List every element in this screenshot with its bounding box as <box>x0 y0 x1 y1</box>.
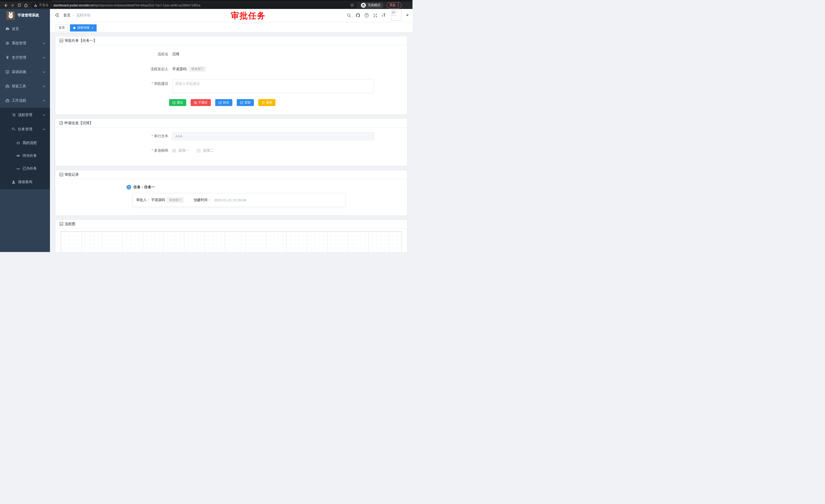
sidebar-item-label: 待办任务 <box>22 153 37 158</box>
required-asterisk: * <box>152 134 153 138</box>
sidebar-item-task-mgmt[interactable]: 任务管理 <box>0 122 50 137</box>
sidebar-item-my-process[interactable]: 我的流程 <box>0 137 50 149</box>
page-content: 审批任务【任务一】 流程名 滔博 流程发起人 芋道源码 研发部门 <box>50 33 412 252</box>
user-icon <box>11 180 16 184</box>
process-name-label: 流程名 <box>55 52 171 57</box>
sidebar-item-payment[interactable]: ¥ 支付管理 <box>0 51 50 65</box>
close-icon[interactable]: × <box>92 26 93 29</box>
application-info-card: 申请信息【滔博】 *单行文本 *多选框组 选项一 <box>55 118 407 166</box>
sidebar-item-label: 系统管理 <box>12 41 26 46</box>
browser-tab-strip <box>0 0 412 2</box>
tab-process-detail[interactable]: 流程详情 × <box>70 24 96 31</box>
edit-icon <box>172 101 175 104</box>
list-tree-icon <box>11 113 16 117</box>
incognito-icon <box>361 3 366 8</box>
required-asterisk: * <box>152 81 153 86</box>
monitor-check-icon <box>5 70 9 74</box>
sidebar-item-workflow[interactable]: 工作流程 <box>0 93 50 108</box>
search-icon[interactable] <box>347 13 352 18</box>
fullscreen-icon[interactable] <box>373 13 378 18</box>
picture-icon <box>60 39 63 43</box>
card-header: 申请信息【滔博】 <box>55 119 407 128</box>
card-title: 审批记录 <box>65 172 79 177</box>
github-icon[interactable] <box>356 13 360 18</box>
sidebar-item-process-mgmt[interactable]: 流程管理 <box>0 108 50 122</box>
not-secure-warning-icon <box>34 4 38 7</box>
breadcrumb-home[interactable]: 首页 <box>63 13 70 18</box>
reject-button[interactable]: 不通过 <box>191 99 211 106</box>
sidebar-item-leave-query[interactable]: 请假查询 <box>0 175 50 189</box>
suggestion-textarea[interactable] <box>172 79 374 93</box>
sidebar-item-done-tasks[interactable]: 已办任务 <box>0 162 50 175</box>
page: 不安全 dashboard.yudao.iocoder.cn/bpm/proce… <box>0 0 412 252</box>
return-button[interactable]: 退回 <box>258 99 276 106</box>
red-annotation-text: 审批任务 <box>231 10 266 21</box>
workflow-submenu: 流程管理 任务管理 我的流程 待办任务 已办 <box>0 108 50 189</box>
gear-icon <box>5 41 9 45</box>
navbar-actions: TT <box>347 10 409 20</box>
create-time-label: 创建时间： <box>194 198 211 202</box>
font-size-icon[interactable]: TT <box>382 13 386 17</box>
sidebar-item-infrastructure[interactable]: 基础设施 <box>0 65 50 79</box>
process-name-value: 滔博 <box>172 52 179 57</box>
breadcrumb-current: 流程详情 <box>76 13 90 18</box>
create-time-value: 2022-01-21 22:35:08 <box>214 198 246 202</box>
approval-record-card: 审批记录 任务：任务一 审批人： 芋道源码 研发部门 创建时间： 2022-01 <box>55 170 407 216</box>
app-title: 芋道管理系统 <box>17 13 39 18</box>
update-button[interactable]: 更新 <box>387 2 401 8</box>
dept-tag: 研发部门 <box>167 197 184 203</box>
process-diagram-card: 流程图 <box>55 220 407 252</box>
card-title: 流程图 <box>65 222 75 226</box>
view-tabs: 首页 流程详情 × <box>50 22 412 33</box>
sidebar-item-label: 支付管理 <box>12 55 26 60</box>
incognito-badge: 无痕模式 <box>360 2 384 8</box>
undo-icon <box>261 101 265 104</box>
avatar[interactable] <box>391 10 401 20</box>
tab-label: 流程详情 <box>77 26 89 30</box>
tab-home[interactable]: 首页 <box>55 24 68 31</box>
card-title: 审批任务【任务一】 <box>65 38 97 43</box>
browser-menu-icon[interactable] <box>398 4 399 7</box>
edit-icon <box>219 101 222 104</box>
briefcase-icon <box>5 99 9 103</box>
sidebar-item-dev-tools[interactable]: 研发工具 <box>0 79 50 93</box>
sidebar-item-system[interactable]: 系统管理 <box>0 36 50 51</box>
address-bar[interactable]: 不安全 dashboard.yudao.iocoder.cn/bpm/proce… <box>31 2 357 8</box>
home-icon[interactable] <box>22 3 29 8</box>
breadcrumb-separator: / <box>73 13 74 17</box>
help-icon[interactable] <box>364 13 369 18</box>
bookmark-star-icon[interactable] <box>350 3 354 8</box>
bpmn-canvas[interactable] <box>61 231 402 252</box>
record-detail-box: 审批人： 芋道源码 研发部门 创建时间： 2022-01-21 22:35:08 <box>133 193 346 207</box>
assignee-label: 审批人： <box>136 198 150 202</box>
avatar-caret-icon[interactable] <box>406 15 409 16</box>
hamburger-icon[interactable] <box>55 13 59 18</box>
active-tab-dot <box>73 27 75 29</box>
application-form: *单行文本 *多选框组 选项一 <box>55 128 407 166</box>
flow-icon <box>11 127 16 132</box>
eye-closed-icon <box>16 166 20 171</box>
security-label: 不安全 <box>39 3 49 7</box>
checkbox-label: 选项二 <box>203 148 214 153</box>
card-header: 流程图 <box>55 220 407 229</box>
sidebar-item-todo-tasks[interactable]: 待办任务 <box>0 149 50 162</box>
url-text: dashboard.yudao.iocoder.cn/bpm/process-i… <box>54 4 200 7</box>
delegate-button[interactable]: 委派 <box>237 99 254 106</box>
dashboard-icon <box>5 27 9 31</box>
diagram-body <box>55 229 407 252</box>
forward-icon[interactable] <box>9 3 16 8</box>
single-text-label: *单行文本 <box>55 134 171 139</box>
checkbox-option-2: 选项二 <box>197 148 214 153</box>
browser-active-tab[interactable] <box>51 1 154 2</box>
sidebar-item-label: 基础设施 <box>12 70 26 74</box>
sidebar-logo-row[interactable]: 芋道管理系统 <box>0 9 50 22</box>
back-icon[interactable] <box>3 3 9 8</box>
transfer-button[interactable]: 转办 <box>215 99 232 106</box>
sidebar-item-home[interactable]: 首页 <box>0 22 50 36</box>
approve-button[interactable]: 通过 <box>169 99 186 106</box>
single-text-row: *单行文本 <box>55 132 407 140</box>
reload-icon[interactable] <box>16 3 22 8</box>
face-icon <box>16 141 20 145</box>
required-asterisk: * <box>152 148 153 152</box>
checkbox-group-row: *多选框组 选项一 选项二 <box>55 148 407 153</box>
